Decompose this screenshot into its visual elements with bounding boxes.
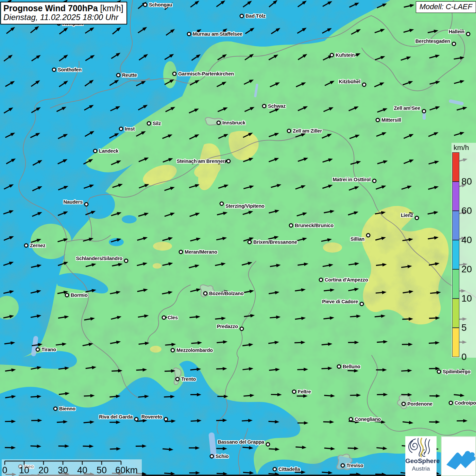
legend-unit-label: km/h [454,143,469,152]
city-marker [273,467,277,472]
city-label: Nauders [63,199,83,205]
geosphere-logo: GeoSphere Austria [405,436,437,476]
city-label: Bormio [71,292,88,298]
city-marker [53,407,58,411]
city-marker [171,348,175,353]
legend-color-bar: 806040201050 [452,152,459,357]
city-marker [84,202,89,207]
city-marker [143,3,148,7]
city-label: Codroipo [455,400,476,406]
city-marker [24,243,29,248]
city-marker [366,233,371,238]
city-marker [220,202,224,206]
scalebar-label: 60km [115,465,138,476]
city-marker [415,216,419,220]
legend-block [452,152,459,182]
city-label: Innsbruck [222,120,245,125]
city-label: Schongau [149,2,172,7]
city-label: Cittadella [278,466,300,472]
city-marker [341,463,345,468]
legend: km/h 806040201050 [452,143,476,358]
city-label: Matrei in Osttirol [333,177,371,182]
geosphere-name: GeoSphere [405,457,437,465]
city-marker [210,454,214,459]
city-marker [289,223,293,228]
weather-map-stage: SchongauKemptenBad TölzMurnau am Staffel… [0,0,476,476]
city-marker [349,417,353,422]
city-marker [449,401,453,405]
city-label: Pordenone [407,401,432,407]
city-label: Schio [216,454,228,459]
city-label: Berchtesgaden [415,38,450,44]
city-label: Feltre [298,389,311,394]
title-box: Prognose Wind 700hPa [km/h] Dienstag, 11… [0,2,127,24]
city-label: Murnau am Staffelsee [193,31,242,37]
city-label: Kufstein [336,52,355,58]
city-label: Bad Tölz [245,13,266,19]
scalebar: 0102030405060km [2,459,142,476]
model-label: Modell: C-LAEF [416,1,476,13]
city-marker [360,302,364,306]
city-marker [52,68,56,72]
city-layer: SchongauKemptenBad TölzMurnau am Staffel… [0,0,476,476]
scalebar-label: 40 [77,465,87,476]
city-marker [248,240,252,244]
legend-tick-label: 5 [461,322,467,333]
city-label: Reutte [122,72,137,78]
legend-tick-label: 40 [461,235,472,245]
city-label: Zernez [30,243,46,248]
city-label: Imst [125,126,135,132]
city-label: Zell am Ziller [293,128,322,134]
city-marker [116,73,121,78]
city-marker [466,32,471,36]
city-label: Garmisch-Partenkirchen [178,71,234,76]
legend-tick-label: 80 [461,176,472,187]
forecast-datetime: Dienstag, 11.02.2025 18:00 Uhr [3,13,123,22]
city-label: Mezzolombardo [176,347,213,353]
city-marker [217,121,221,125]
city-marker [402,402,406,406]
city-label: Bienno [59,406,75,411]
city-marker [240,327,244,331]
city-marker [437,370,441,374]
title-unit: [km/h] [98,3,123,13]
city-label: Schwaz [268,103,286,109]
legend-block [452,211,459,240]
city-label: Conegliano [355,417,381,422]
scalebar-ruler [2,459,142,465]
city-marker [179,250,183,254]
city-marker [162,316,166,320]
city-marker [172,72,177,76]
city-label: Trento [181,376,196,382]
geosphere-country: Austria [405,465,437,472]
city-marker [93,149,98,153]
city-marker [203,291,208,296]
city-label: Steinach am Brenner [177,158,225,164]
page-title: Prognose Wind 700hPa [km/h] [3,3,123,13]
legend-tick-label: 20 [461,264,472,275]
city-label: Kitzbühel [339,79,360,84]
city-label: Landeck [99,148,118,154]
city-label: Bruneck/Brunico [295,223,334,228]
geosphere-contour-icon [405,437,437,457]
city-label: Pieve di Cadore [322,299,358,304]
scalebar-label: 30 [58,465,68,476]
city-label: Zell am See [394,105,420,111]
city-label: Spilimbergo [443,369,471,374]
city-label: Cortina d'Ampezzo [325,277,368,283]
scalebar-label: 10 [19,465,29,476]
city-marker [147,121,151,126]
city-marker [376,118,380,122]
city-marker [319,278,323,282]
city-label: Cles [168,315,178,320]
city-label: Treviso [346,463,363,468]
legend-tick-label: 0 [461,352,467,362]
scalebar-label: 0 [2,465,7,476]
city-marker [372,179,377,183]
city-marker [187,32,191,36]
city-marker [422,109,426,114]
city-label: Sonthofen [58,67,82,72]
legend-block [452,240,459,269]
city-label: Hallein [449,29,464,34]
city-label: Rovereto [141,414,162,420]
